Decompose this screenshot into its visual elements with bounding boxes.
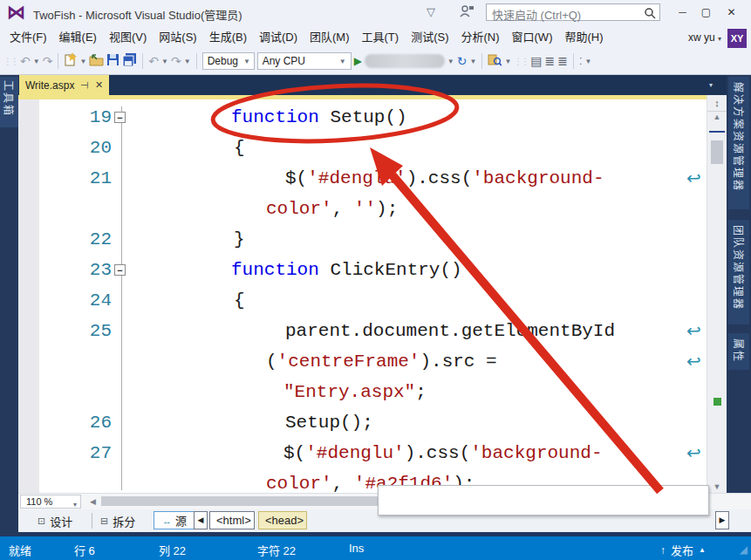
code-row[interactable]: 23−function ClickEntry() <box>18 255 707 285</box>
split-view-button[interactable]: ⊟拆分 <box>100 512 135 529</box>
menu-item[interactable]: 视图(V) <box>103 26 153 48</box>
find-dropdown[interactable]: ▼ <box>504 58 511 65</box>
menu-item[interactable]: 文件(F) <box>3 26 53 48</box>
code-row[interactable]: color', ''); <box>18 194 707 224</box>
document-tab-strip: Write.aspx ⊤ ✕ ▾ <box>18 75 751 95</box>
zoom-select[interactable]: 110 %▾ <box>20 495 81 509</box>
navigate-forward-icon[interactable]: ↷ <box>43 54 53 68</box>
feedback-flag-icon[interactable]: ▽ <box>427 5 435 18</box>
publish-button[interactable]: ↑ 发布 ▲ <box>660 542 706 558</box>
menu-item[interactable]: 调试(D) <box>253 26 304 48</box>
right-tab-label: 解决方案资源管理器 <box>732 82 747 192</box>
redo-dropdown[interactable]: ▼ <box>184 58 191 65</box>
document-outline-icon[interactable]: ▤ <box>530 54 542 68</box>
browser-target-blurred[interactable] <box>365 54 445 68</box>
scroll-left-icon[interactable]: ◀ <box>90 497 96 506</box>
menu-item[interactable]: 测试(S) <box>405 26 454 48</box>
right-tab[interactable]: 解决方案资源管理器 <box>728 77 749 209</box>
sidebar-tab-toolbox[interactable]: 工具箱 <box>0 77 18 127</box>
navigate-back-dropdown[interactable]: ▼ <box>33 58 40 65</box>
fold-collapse-icon[interactable]: − <box>114 264 126 276</box>
code-row[interactable]: 25parent.document.getElementById↩ <box>18 316 707 346</box>
toolbar-overflow-icon[interactable]: ⁚ <box>579 56 583 67</box>
menu-item[interactable]: 网站(S) <box>153 26 202 48</box>
code-row[interactable]: "Entry.aspx"; <box>18 377 707 407</box>
increase-indent-icon[interactable]: ≣ <box>557 54 568 68</box>
menu-item[interactable]: 分析(N) <box>454 26 505 48</box>
tab-write-aspx[interactable]: Write.aspx ⊤ ✕ <box>19 75 109 95</box>
fold-margin <box>112 133 131 163</box>
menu-item[interactable]: 窗口(W) <box>506 26 559 48</box>
solution-config-combo[interactable]: Debug▼ <box>202 52 255 70</box>
code-row[interactable]: 21$('#denglu').css('background-↩ <box>18 163 707 194</box>
right-tab[interactable]: 属性 <box>728 333 749 370</box>
menu-item[interactable]: 生成(B) <box>203 26 253 48</box>
open-file-icon[interactable] <box>89 53 104 70</box>
resize-grip-icon[interactable]: ◢ <box>740 543 748 556</box>
tag-breadcrumb[interactable]: <head> <box>258 511 307 529</box>
save-icon[interactable] <box>106 53 119 70</box>
quick-launch-search[interactable]: 快速启动 (Ctrl+Q) <box>486 3 660 21</box>
solution-platform-combo[interactable]: Any CPU▼ <box>257 52 352 70</box>
browser-target-dropdown[interactable]: ▼ <box>447 58 454 65</box>
fold-margin <box>112 468 131 493</box>
menu-item[interactable]: 工具(T) <box>356 26 406 48</box>
scrollbar-thumb[interactable] <box>711 140 723 164</box>
code-text: function ClickEntry() <box>131 255 707 285</box>
send-feedback-icon[interactable] <box>460 4 474 21</box>
new-item-dropdown[interactable]: ▼ <box>79 58 86 65</box>
close-button[interactable]: ✕ <box>720 3 742 21</box>
refresh-icon[interactable]: ↻ <box>457 54 468 68</box>
fold-collapse-icon[interactable]: − <box>114 112 126 123</box>
redo-icon[interactable]: ↷ <box>171 54 181 68</box>
undo-icon[interactable]: ↶ <box>148 54 159 68</box>
split-window-handle[interactable]: ↕ <box>707 95 727 112</box>
decrease-indent-icon[interactable]: ≣ <box>545 54 556 68</box>
refresh-dropdown[interactable]: ▼ <box>470 58 477 65</box>
find-in-files-icon[interactable] <box>488 53 502 70</box>
toolbar-grip[interactable]: ⋮⋮ <box>3 57 17 66</box>
toolbar-grip[interactable]: ⋮⋮ <box>514 57 528 66</box>
code-row[interactable]: 26Setup(); <box>18 407 707 438</box>
save-all-icon[interactable] <box>122 52 137 70</box>
line-number: 22 <box>18 224 112 255</box>
toolbar-separator <box>481 53 482 69</box>
toolbar-overflow-dropdown[interactable]: ▼ <box>585 58 592 65</box>
user-account[interactable]: xw yu ▾ <box>688 31 721 44</box>
fold-margin[interactable]: − <box>112 255 131 285</box>
new-item-icon[interactable] <box>64 52 77 70</box>
tag-nav-back-button[interactable]: ◀ <box>194 511 208 529</box>
avatar[interactable]: XY <box>727 29 747 48</box>
source-view-button[interactable]: ↔源 <box>154 511 195 529</box>
tag-breadcrumb[interactable]: <html> <box>209 511 255 529</box>
code-row[interactable]: ('centreFrame').src =↩ <box>18 346 707 377</box>
code-row[interactable]: 27$('#denglu').css('background-↩ <box>18 438 707 468</box>
design-view-button[interactable]: ⊡设计 <box>38 512 72 529</box>
navigate-back-icon[interactable]: ↶ <box>20 54 31 68</box>
code-editor[interactable]: 19−function Setup()20{21$('#denglu').css… <box>18 99 707 493</box>
minimize-button[interactable]: ─ <box>672 3 693 21</box>
hscrollbar-thumb[interactable] <box>101 496 379 506</box>
menu-item[interactable]: 团队(M) <box>304 26 356 48</box>
menu-item[interactable]: 编辑(E) <box>53 26 103 48</box>
pin-icon[interactable]: ⊤ <box>79 81 91 90</box>
active-files-dropdown[interactable]: ▾ <box>709 81 713 89</box>
vertical-scrollbar[interactable]: ↕ ▲ ▼ <box>707 95 727 493</box>
menu-item[interactable]: 帮助(H) <box>558 26 609 48</box>
code-row[interactable]: 24{ <box>18 285 707 316</box>
undo-dropdown[interactable]: ▼ <box>161 58 168 65</box>
maximize-button[interactable]: ▢ <box>695 3 717 21</box>
code-row[interactable]: 20{ <box>18 133 707 163</box>
fold-margin[interactable]: − <box>112 102 131 133</box>
code-row[interactable]: 22} <box>18 224 707 255</box>
scroll-down-icon[interactable]: ▼ <box>707 482 727 491</box>
right-tab[interactable]: 团队资源管理器 <box>728 220 749 324</box>
scroll-up-icon[interactable]: ▲ <box>707 113 727 121</box>
start-debug-button[interactable]: ▶ <box>354 55 362 67</box>
code-row[interactable]: 19−function Setup() <box>18 102 707 133</box>
code-text: parent.document.getElementById <box>131 316 707 346</box>
tab-close-icon[interactable]: ✕ <box>95 79 103 91</box>
tag-nav-forward-button[interactable]: ▶ <box>715 511 729 529</box>
line-number: 20 <box>18 133 112 163</box>
fold-margin <box>112 163 131 194</box>
